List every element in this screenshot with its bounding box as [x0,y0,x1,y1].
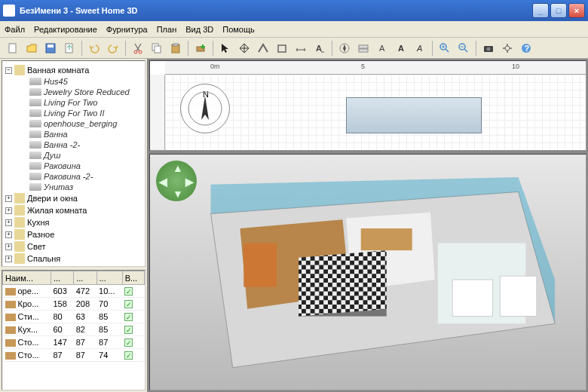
plan-canvas[interactable]: N [165,75,586,150]
copy-icon[interactable] [149,40,165,57]
right-panel: 0m 5 10 N ▲ ▼ ◀ ▶ [148,59,588,392]
expand-icon[interactable]: + [5,243,12,250]
cut-icon[interactable] [130,40,146,57]
table-row[interactable]: Сти...806385✓ [3,311,145,323]
compass-icon[interactable] [336,40,353,57]
close-button[interactable]: × [568,3,585,18]
expand-icon[interactable]: + [5,219,12,226]
expand-icon[interactable]: + [5,207,12,214]
furniture-table[interactable]: Наим............В... оре...60347210...✓К… [2,270,145,390]
cell-visible[interactable]: ✓ [122,298,144,311]
expand-icon[interactable]: + [5,231,12,238]
cell-visible[interactable]: ✓ [122,349,144,362]
wall-icon[interactable] [255,40,271,57]
help-icon[interactable]: ? [518,40,534,57]
tree-furniture-item[interactable]: Ванна [19,129,142,139]
nav-up-icon[interactable]: ▲ [173,162,183,174]
tree-category-bathroom[interactable]: − Ванная комната [5,64,142,76]
new-file-icon[interactable] [5,40,21,57]
tree-category[interactable]: +Спальня [5,253,142,265]
furniture-tree[interactable]: − Ванная комната Hus45Jewelry Store Redu… [2,60,145,267]
bold-icon[interactable]: A [393,40,409,57]
cell-visible[interactable]: ✓ [122,323,144,336]
table-header[interactable]: В... [122,271,144,285]
redo-icon[interactable] [105,40,121,57]
tree-furniture-item[interactable]: Ванна -2- [19,139,142,150]
maximize-button[interactable]: □ [550,3,567,18]
select-icon[interactable] [217,40,234,57]
table-header[interactable]: ... [74,271,96,285]
tree-label: Jewelry Store Reduced [44,87,130,96]
expand-icon[interactable]: + [5,256,12,262]
italic-icon[interactable]: A [412,40,428,57]
add-furniture-icon[interactable] [192,40,209,57]
room-icon[interactable] [274,40,290,57]
tree-furniture-item[interactable]: Living For Two II [19,108,142,118]
zoom-in-icon[interactable] [436,40,453,57]
table-row[interactable]: Кух...608285✓ [3,323,145,336]
tree-label: Разное [27,230,54,239]
cell-value: 70 [96,298,122,311]
paste-icon[interactable] [167,40,184,57]
view-3d[interactable]: ▲ ▼ ◀ ▶ [149,154,586,390]
menu-edit[interactable]: Редактирование [34,25,97,34]
table-row[interactable]: Кро...15820870✓ [3,298,145,311]
tree-furniture-item[interactable]: Раковина [19,161,142,171]
table-row[interactable]: оре...60347210...✓ [3,285,145,298]
tree-label: Раковина [44,161,81,170]
text2-icon[interactable]: A [374,40,390,57]
compass-north-label: N [203,90,209,99]
menu-help[interactable]: Помощь [222,25,255,34]
zoom-out-icon[interactable] [455,40,472,57]
menu-plan[interactable]: План [157,25,177,34]
cell-value: 85 [96,323,122,336]
tree-category[interactable]: +Свет [5,240,142,253]
settings-icon[interactable] [499,40,516,57]
tree-furniture-item[interactable]: Унитаз [19,182,142,192]
table-header[interactable]: ... [51,271,73,285]
import-icon[interactable] [61,40,78,57]
table-header[interactable]: Наим... [3,271,51,285]
tree-category[interactable]: +Кухня [5,216,142,228]
tree-category[interactable]: +Жилая комната [5,204,142,216]
table-row[interactable]: Сто...1478787✓ [3,336,145,349]
undo-icon[interactable] [86,40,103,57]
table-row[interactable]: Сто...878774✓ [3,349,145,362]
tree-category[interactable]: +Двери и окна [5,192,142,204]
menu-file[interactable]: Файл [5,25,25,34]
text-icon[interactable]: A [311,40,328,57]
folder-icon [14,217,25,228]
nav-down-icon[interactable]: ▼ [173,188,183,200]
tree-category[interactable]: +Разное [5,228,142,240]
save-icon[interactable] [42,40,59,57]
compass-widget[interactable]: N [180,84,230,133]
camera-icon[interactable] [480,40,497,57]
dimension-icon[interactable] [292,40,309,57]
table-header[interactable]: ... [96,271,122,285]
tree-furniture-item[interactable]: Душ [19,150,142,161]
menu-3dview[interactable]: Вид 3D [185,25,213,34]
expand-icon[interactable]: + [5,195,12,202]
level-icon[interactable] [355,40,372,57]
minimize-button[interactable]: _ [532,3,549,18]
menu-furniture[interactable]: Фурнитура [106,25,148,34]
pan-icon[interactable] [236,40,253,57]
cell-value: 472 [74,285,96,298]
tree-furniture-item[interactable]: Living For Two [19,97,142,108]
cell-visible[interactable]: ✓ [122,285,144,298]
cell-visible[interactable]: ✓ [122,311,144,323]
furniture-icon [29,162,41,170]
ruler-mark: 0m [210,63,220,70]
tree-furniture-item[interactable]: Jewelry Store Reduced [19,87,142,97]
collapse-icon[interactable]: − [5,67,12,74]
tree-furniture-item[interactable]: openhouse_berging [19,118,142,129]
tree-furniture-item[interactable]: Раковина -2- [19,171,142,182]
tree-label: Спальня [27,254,60,263]
open-icon[interactable] [23,40,40,57]
tree-label: Кухня [27,218,49,227]
cell-visible[interactable]: ✓ [122,336,144,349]
tree-furniture-item[interactable]: Hus45 [19,76,142,87]
nav-left-icon[interactable]: ◀ [159,176,167,188]
floorplan-thumbnail[interactable] [346,97,482,133]
plan-view-2d[interactable]: 0m 5 10 N [149,60,586,151]
